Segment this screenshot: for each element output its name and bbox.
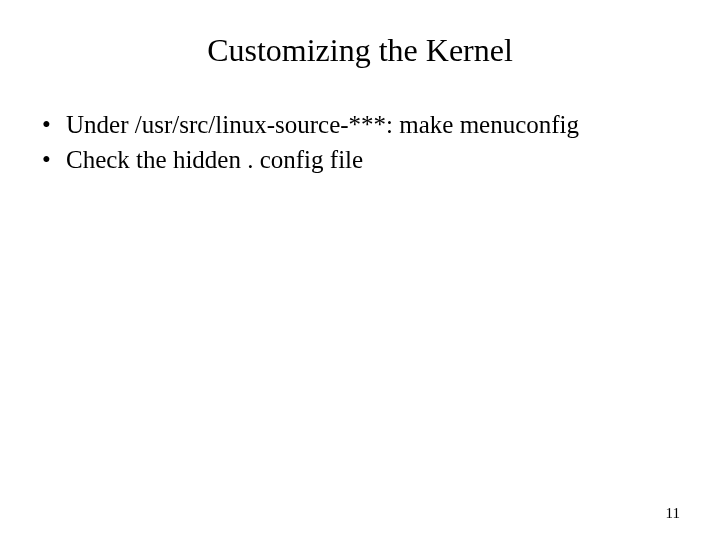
slide: Customizing the Kernel Under /usr/src/li… (0, 0, 720, 540)
page-title: Customizing the Kernel (42, 32, 678, 69)
list-item: Under /usr/src/linux-source-***: make me… (42, 109, 678, 140)
list-item: Check the hidden . config file (42, 144, 678, 175)
page-number: 11 (666, 505, 680, 522)
bullet-list: Under /usr/src/linux-source-***: make me… (42, 109, 678, 176)
